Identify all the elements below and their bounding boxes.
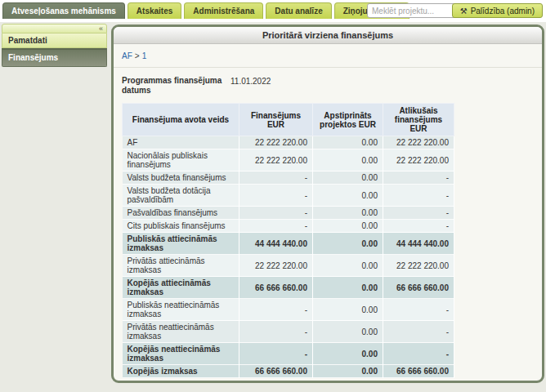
sidebar-collapse-button[interactable]: « xyxy=(2,24,107,33)
row-value: 22 222 220.00 xyxy=(239,255,313,277)
row-value: 66 666 660.00 xyxy=(383,365,454,378)
table-row: Pašvaldības finansējums-0.00- xyxy=(123,207,454,220)
row-label: Pašvaldības finansējums xyxy=(123,207,239,220)
row-value: 66 666 660.00 xyxy=(383,277,454,299)
program-date-row: Programmas finansējuma datums 11.01.2022 xyxy=(122,76,534,96)
row-value: 22 222 220.00 xyxy=(239,136,313,149)
table-row: Kopējās neattiecināmās izmaksas-0.00- xyxy=(123,343,454,365)
breadcrumb-link-root[interactable]: AF xyxy=(122,51,132,60)
row-value: 22 222 220.00 xyxy=(239,149,313,172)
table-row: AF22 222 220.000.0022 222 220.00 xyxy=(123,136,454,149)
wrench-icon: ⚒ xyxy=(460,7,468,16)
help-button[interactable]: ⚒ Palīdzība (admin) xyxy=(452,3,543,18)
table-row: Publiskās neattiecināmās izmaksas-0.00- xyxy=(123,299,454,321)
column-header-financing: Finansējums EUR xyxy=(239,104,313,136)
row-value: - xyxy=(383,299,454,321)
breadcrumb-link-current[interactable]: 1 xyxy=(142,51,147,60)
table-row: Kopējās attiecināmās izmaksas66 666 660.… xyxy=(123,277,454,299)
row-value: - xyxy=(239,321,313,343)
help-button-label: Palīdzība (admin) xyxy=(471,7,535,16)
row-value: - xyxy=(383,207,454,220)
table-row: Publiskās attiecināmās izmaksas44 444 44… xyxy=(123,233,454,255)
column-header-approved: Apstiprināts projektos EUR xyxy=(313,104,383,136)
financing-table: Finansējuma avota veids Finansējums EUR … xyxy=(122,103,454,378)
table-row: Privātās attiecināmās izmaksas22 222 220… xyxy=(123,255,454,277)
table-header-row: Finansējuma avota veids Finansējums EUR … xyxy=(123,104,454,136)
row-value: 0.00 xyxy=(313,365,383,378)
table-row: Kopējās izmaksas66 666 660.000.0066 666 … xyxy=(123,365,454,378)
sidebar: « PamatdatiFinansējums xyxy=(2,24,107,67)
sidebar-item-pamatdati[interactable]: Pamatdati xyxy=(2,33,107,48)
row-value: 0.00 xyxy=(313,321,383,343)
row-value: 22 222 220.00 xyxy=(383,149,454,172)
row-value: - xyxy=(239,185,313,207)
table-row: Cits publiskais finansējums-0.00- xyxy=(123,220,454,233)
row-value: 0.00 xyxy=(313,220,383,233)
top-tabs: Atveseļošanas mehānismsAtskaitesAdminist… xyxy=(2,2,410,19)
row-value: - xyxy=(239,299,313,321)
table-row: Valsts budžeta finansējums-0.00- xyxy=(123,172,454,185)
row-value: 0.00 xyxy=(313,207,383,220)
row-value: 0.00 xyxy=(313,255,383,277)
screen: Atveseļošanas mehānismsAtskaitesAdminist… xyxy=(0,0,546,392)
table-row: Valsts budžeta dotācija pašvaldībām-0.00… xyxy=(123,185,454,207)
row-value: - xyxy=(383,172,454,185)
program-date-value: 11.01.2022 xyxy=(230,76,271,96)
tab-atveselosanas-mehanisms[interactable]: Atveseļošanas mehānisms xyxy=(2,2,125,19)
breadcrumb: AF>1 xyxy=(114,44,542,68)
row-label: Valsts budžeta dotācija pašvaldībām xyxy=(123,185,239,207)
row-value: - xyxy=(239,172,313,185)
top-navigation-bar: Atveseļošanas mehānismsAtskaitesAdminist… xyxy=(0,0,546,22)
tab-atskaites[interactable]: Atskaites xyxy=(128,2,181,19)
row-value: 0.00 xyxy=(313,136,383,149)
row-label: Nacionālais publiskais finansējums xyxy=(123,149,239,172)
row-label: Kopējās izmaksas xyxy=(123,365,239,378)
table-row: Nacionālais publiskais finansējums22 222… xyxy=(123,149,454,172)
row-label: Privātās neattiecināmās izmaksas xyxy=(123,321,239,343)
row-value: 22 222 220.00 xyxy=(383,255,454,277)
row-value: 0.00 xyxy=(313,172,383,185)
row-label: Privātās attiecināmās izmaksas xyxy=(123,255,239,277)
row-label: Kopējās neattiecināmās izmaksas xyxy=(123,343,239,365)
row-label: Publiskās neattiecināmās izmaksas xyxy=(123,299,239,321)
row-value: 0.00 xyxy=(313,299,383,321)
row-value: - xyxy=(383,220,454,233)
row-value: - xyxy=(239,343,313,365)
tab-datu-analize[interactable]: Datu analīze xyxy=(266,2,331,19)
table-row: Privātās neattiecināmās izmaksas-0.00- xyxy=(123,321,454,343)
row-value: 0.00 xyxy=(313,149,383,172)
row-value: 66 666 660.00 xyxy=(239,277,313,299)
row-value: 0.00 xyxy=(313,185,383,207)
column-header-source: Finansējuma avota veids xyxy=(123,104,239,136)
row-value: - xyxy=(383,321,454,343)
page-title: Prioritārā virziena finansējums xyxy=(114,27,542,44)
row-value: 44 444 440.00 xyxy=(383,233,454,255)
row-label: Valsts budžeta finansējums xyxy=(123,172,239,185)
collapse-icon: « xyxy=(99,24,103,33)
row-label: Publiskās attiecināmās izmaksas xyxy=(123,233,239,255)
row-label: Cits publiskais finansējums xyxy=(123,220,239,233)
sidebar-item-finansejums[interactable]: Finansējums xyxy=(2,48,107,67)
row-label: Kopējās attiecināmās izmaksas xyxy=(123,277,239,299)
main-panel: Prioritārā virziena finansējums AF>1 Pro… xyxy=(111,24,544,383)
row-value: 66 666 660.00 xyxy=(239,365,313,378)
row-value: - xyxy=(239,207,313,220)
row-value: 22 222 220.00 xyxy=(383,136,454,149)
row-value: - xyxy=(383,185,454,207)
column-header-remaining: Atlikušais finansējums EUR xyxy=(383,104,454,136)
row-value: 0.00 xyxy=(313,233,383,255)
panel-content: AF>1 Programmas finansējuma datums 11.01… xyxy=(114,44,542,383)
tab-administresana[interactable]: Administrēšana xyxy=(184,2,263,19)
row-value: - xyxy=(383,343,454,365)
row-value: 0.00 xyxy=(313,277,383,299)
program-date-label: Programmas finansējuma datums xyxy=(122,76,230,96)
row-value: - xyxy=(239,220,313,233)
breadcrumb-separator: > xyxy=(135,51,140,60)
row-value: 44 444 440.00 xyxy=(239,233,313,255)
row-value: 0.00 xyxy=(313,343,383,365)
row-label: AF xyxy=(123,136,239,149)
